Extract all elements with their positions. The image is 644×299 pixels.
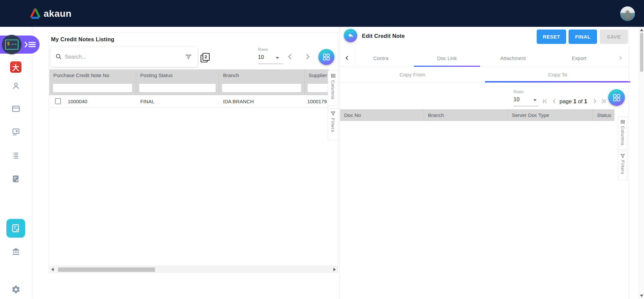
credit-note-icon <box>11 224 20 233</box>
scroll-left-arrow[interactable] <box>51 268 54 271</box>
brand-name: akaun <box>44 8 71 19</box>
horizontal-scrollbar[interactable] <box>49 266 338 273</box>
cell-supplier-no: 1000179 <box>307 95 327 107</box>
col-header-status[interactable]: Status <box>593 109 614 121</box>
vertical-scrollbar[interactable] <box>639 27 644 299</box>
col-header-supplier[interactable]: Supplier I <box>305 69 329 81</box>
columns-bars-icon <box>331 73 335 78</box>
avatar-figure <box>626 10 630 19</box>
sidebar-item-app[interactable]: 大 <box>10 61 21 73</box>
col-header-server-doc-type[interactable]: Server Doc Type <box>508 109 593 121</box>
back-button[interactable] <box>344 29 357 42</box>
columns-side-tab-label: Columns <box>330 80 335 100</box>
panel-edge-divider <box>629 27 629 299</box>
doc-check-icon[interactable] <box>11 174 20 183</box>
row-checkbox[interactable] <box>55 98 61 104</box>
table-row[interactable]: 1000040 FINAL IDA BRANCH 1000179 <box>49 95 329 108</box>
tab-attachment[interactable]: Attachment <box>480 49 546 67</box>
dollar-glyph: $ <box>7 41 10 46</box>
col-header-posting-status[interactable]: Posting Status <box>136 69 219 81</box>
filter-input-posting-status[interactable] <box>139 83 216 93</box>
receipt-icon[interactable] <box>11 151 20 160</box>
sidebar-item-credit-notes-active[interactable] <box>6 219 25 238</box>
wallet-icon[interactable] <box>11 104 20 113</box>
grid-icon <box>322 53 330 61</box>
next-page-icon[interactable] <box>591 98 598 105</box>
final-button[interactable]: FINAL <box>569 29 597 44</box>
tabs-scroll-right[interactable] <box>618 55 623 62</box>
horizontal-scrollbar-thumb[interactable] <box>58 267 155 272</box>
col-header-branch[interactable]: Branch <box>424 109 507 121</box>
search-input[interactable] <box>64 52 166 62</box>
funnel-icon <box>621 154 625 158</box>
filter-input-credit-note-no[interactable] <box>53 83 132 93</box>
col-header-branch[interactable]: Branch <box>219 69 304 81</box>
subtab-copy-to[interactable]: Copy To <box>485 67 630 82</box>
filter-input-branch[interactable] <box>222 83 302 93</box>
rows-underline <box>514 106 538 106</box>
grid-view-button[interactable] <box>318 49 334 65</box>
column-divider <box>507 109 508 121</box>
cheque-dashes <box>12 44 16 45</box>
cheque-icon: $ <box>5 40 18 50</box>
column-divider <box>304 81 305 95</box>
reset-button[interactable]: RESET <box>537 29 566 44</box>
back-arrow-icon <box>347 32 354 39</box>
filter-lines-icon[interactable] <box>185 53 192 60</box>
card-terminal-icon[interactable] <box>11 127 20 136</box>
app-glyph: 大 <box>12 62 19 72</box>
user-avatar[interactable] <box>620 6 635 21</box>
rows-dropdown-caret[interactable] <box>533 99 537 101</box>
page-total: 1 <box>584 98 587 104</box>
col-header-purchase-credit-note-no[interactable]: Purchase Credit Note No <box>49 69 136 81</box>
grid-icon <box>612 94 621 102</box>
contacts-icon[interactable] <box>11 81 20 91</box>
prev-page-icon[interactable] <box>551 98 558 105</box>
active-tab-indicator <box>414 66 480 67</box>
column-divider <box>219 69 219 81</box>
prev-page-chevron[interactable] <box>286 52 294 61</box>
page-current: 1 <box>573 98 576 104</box>
columns-side-tab[interactable]: Columns <box>328 70 338 106</box>
search-box <box>51 47 198 67</box>
next-page-chevron[interactable] <box>303 52 312 61</box>
first-page-icon[interactable] <box>542 98 548 105</box>
edit-credit-note-panel: Edit Credit Note RESET FINAL SAVE Contra… <box>339 27 639 299</box>
bank-icon[interactable] <box>11 247 20 256</box>
tab-doc-link[interactable]: Doc Link <box>414 49 480 67</box>
rows-underline <box>258 64 283 64</box>
vertical-scrollbar-thumb[interactable] <box>640 33 643 72</box>
subtab-copy-from[interactable]: Copy From <box>340 67 485 82</box>
scroll-down-arrow[interactable] <box>640 295 643 297</box>
rows-per-page-value[interactable]: 10 <box>514 97 520 103</box>
settings-gear-icon[interactable] <box>11 285 20 294</box>
rows-dropdown-caret[interactable] <box>276 57 279 59</box>
money-module-button[interactable]: $ <box>2 35 21 54</box>
scroll-up-arrow[interactable] <box>640 29 643 31</box>
page-word: page <box>559 98 572 104</box>
tab-export[interactable]: Export <box>546 49 612 67</box>
filter-input-supplier[interactable] <box>307 83 329 93</box>
app-root: akaun 大 <box>0 0 644 299</box>
last-page-icon[interactable] <box>600 98 607 105</box>
columns-side-tab[interactable]: Columns <box>618 117 627 150</box>
credit-notes-listing-panel: My Credit Notes Listing 2 Rows 10 <box>49 33 338 273</box>
save-button[interactable]: SAVE <box>600 29 628 44</box>
filters-side-tab-label: Filters <box>330 118 335 132</box>
pages-button[interactable]: 2 <box>200 52 211 63</box>
grid-view-button[interactable] <box>608 89 625 106</box>
column-divider <box>219 81 219 95</box>
editor-tab-strip: Contra Doc Link Attachment Export <box>340 49 629 67</box>
filters-side-tab[interactable]: Filters <box>328 108 338 140</box>
pages-icon-label: 2 <box>205 54 207 59</box>
copy-subtab-strip: Copy From Copy To <box>340 67 630 83</box>
rows-per-page-value[interactable]: 10 <box>258 54 264 60</box>
column-divider <box>593 109 593 121</box>
scroll-right-arrow[interactable] <box>333 268 336 271</box>
page-indicator: page 1 of 1 <box>559 98 587 105</box>
tab-contra[interactable]: Contra <box>348 49 414 67</box>
expand-menu-icon[interactable] <box>24 41 36 48</box>
col-header-doc-no[interactable]: Doc No <box>340 109 424 121</box>
listing-filter-row <box>49 81 329 95</box>
filters-side-tab[interactable]: Filters <box>618 151 627 180</box>
